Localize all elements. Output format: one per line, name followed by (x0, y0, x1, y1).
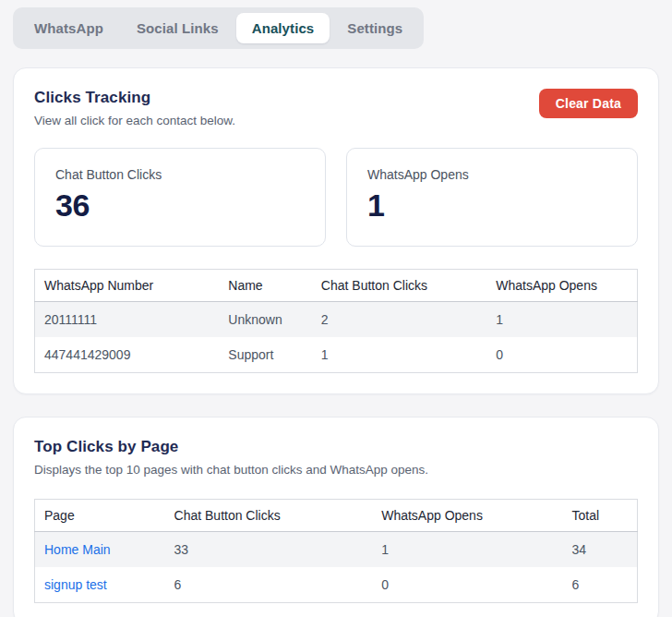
col-header-page: Page (35, 500, 165, 532)
col-header-chat-button-clicks: Chat Button Clicks (165, 500, 373, 532)
table-row: Home Main 33 1 34 (35, 532, 638, 568)
top-clicks-card: Top Clicks by Page Displays the top 10 p… (13, 417, 659, 617)
cell-name: Unknown (219, 302, 312, 338)
page-link[interactable]: signup test (44, 577, 107, 592)
top-clicks-table: Page Chat Button Clicks WhatsApp Opens T… (34, 499, 638, 603)
stat-card-chat-button-clicks: Chat Button Clicks 36 (34, 148, 326, 247)
cell-name: Support (219, 337, 312, 373)
cell-whatsapp-number: 20111111 (35, 302, 220, 338)
page-link[interactable]: Home Main (44, 542, 111, 557)
cell-chat-button-clicks: 6 (165, 567, 373, 603)
contacts-table: WhatsApp Number Name Chat Button Clicks … (34, 269, 638, 373)
top-clicks-header: Top Clicks by Page Displays the top 10 p… (34, 438, 638, 477)
stat-card-whatsapp-opens: WhatsApp Opens 1 (346, 148, 638, 247)
tab-whatsapp[interactable]: WhatsApp (18, 13, 119, 43)
cell-whatsapp-opens: 1 (372, 532, 562, 568)
top-clicks-subtitle: Displays the top 10 pages with chat butt… (34, 463, 428, 477)
cell-total: 6 (563, 567, 638, 603)
cell-chat-button-clicks: 1 (312, 337, 486, 373)
stat-label: Chat Button Clicks (55, 167, 305, 182)
contacts-table-header-row: WhatsApp Number Name Chat Button Clicks … (35, 270, 638, 302)
cell-whatsapp-opens: 0 (486, 337, 637, 373)
cell-whatsapp-opens: 0 (372, 567, 562, 603)
cell-page: Home Main (35, 532, 165, 568)
cell-whatsapp-number: 447441429009 (35, 337, 220, 373)
col-header-name: Name (219, 270, 312, 302)
clicks-tracking-subtitle: View all click for each contact below. (34, 114, 235, 127)
cell-page: signup test (35, 567, 165, 603)
stat-value: 1 (367, 188, 617, 224)
col-header-whatsapp-number: WhatsApp Number (35, 270, 220, 302)
col-header-total: Total (563, 500, 638, 532)
cell-chat-button-clicks: 2 (312, 302, 486, 338)
table-row: 447441429009 Support 1 0 (35, 337, 638, 373)
clicks-tracking-title: Clicks Tracking (34, 89, 235, 107)
col-header-whatsapp-opens: WhatsApp Opens (372, 500, 562, 532)
clear-data-button[interactable]: Clear Data (539, 89, 638, 118)
clicks-tracking-heading-group: Clicks Tracking View all click for each … (34, 89, 235, 127)
top-clicks-title: Top Clicks by Page (34, 438, 428, 456)
tab-social-links[interactable]: Social Links (121, 13, 234, 43)
tab-bar: WhatsApp Social Links Analytics Settings (13, 7, 424, 49)
table-row: 20111111 Unknown 2 1 (35, 302, 638, 338)
cell-whatsapp-opens: 1 (486, 302, 637, 338)
stats-row: Chat Button Clicks 36 WhatsApp Opens 1 (34, 148, 638, 247)
cell-chat-button-clicks: 33 (165, 532, 373, 568)
table-row: signup test 6 0 6 (35, 567, 638, 603)
clicks-tracking-card: Clicks Tracking View all click for each … (13, 67, 659, 394)
tab-analytics[interactable]: Analytics (236, 13, 330, 43)
tab-settings[interactable]: Settings (331, 13, 418, 43)
cell-total: 34 (563, 532, 638, 568)
col-header-chat-button-clicks: Chat Button Clicks (312, 270, 486, 302)
top-clicks-heading-group: Top Clicks by Page Displays the top 10 p… (34, 438, 428, 477)
top-clicks-table-header-row: Page Chat Button Clicks WhatsApp Opens T… (35, 500, 638, 532)
col-header-whatsapp-opens: WhatsApp Opens (486, 270, 637, 302)
stat-value: 36 (55, 188, 305, 224)
clicks-tracking-header: Clicks Tracking View all click for each … (34, 89, 638, 127)
stat-label: WhatsApp Opens (367, 167, 617, 182)
